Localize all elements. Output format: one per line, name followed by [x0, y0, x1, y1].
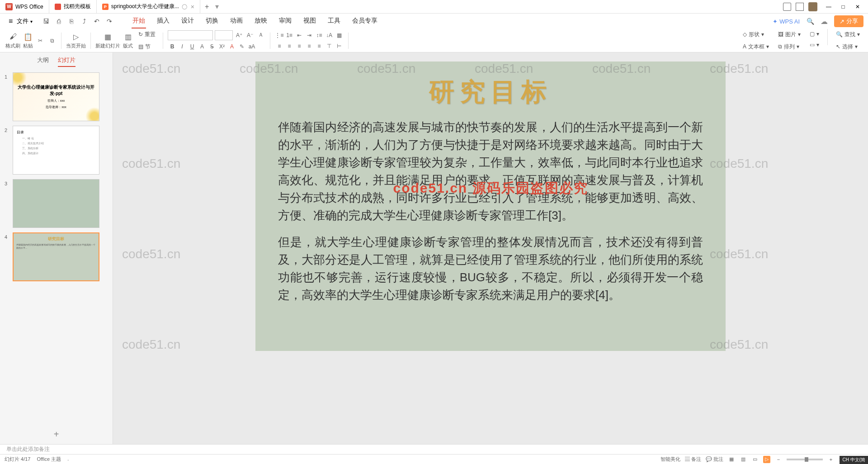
- share-button[interactable]: ↗ 分享: [834, 15, 863, 27]
- align-vmiddle-icon[interactable]: ⊢: [335, 42, 344, 51]
- arrange-button[interactable]: ⧉排列▾: [775, 41, 803, 52]
- save-icon[interactable]: 🖫: [42, 17, 50, 25]
- tab-design[interactable]: 设计: [180, 14, 195, 28]
- reading-view-icon[interactable]: ▭: [751, 456, 759, 463]
- bullets-icon[interactable]: ⋮≡: [275, 31, 284, 40]
- underline-icon[interactable]: U: [188, 42, 197, 51]
- align-center-icon[interactable]: ≡: [285, 42, 294, 51]
- maximize-button[interactable]: □: [836, 1, 850, 12]
- line-spacing-icon[interactable]: ↕≡: [315, 31, 324, 40]
- tab-member[interactable]: 会员专享: [351, 14, 378, 28]
- tab-animation[interactable]: 动画: [229, 14, 244, 28]
- thumbnail-2[interactable]: 目录 一、绪 论 二、相关技术介绍 三、系统分析 四、系统设计: [13, 126, 99, 175]
- print-icon[interactable]: ⎙: [55, 17, 63, 25]
- align-right-icon[interactable]: ≡: [295, 42, 304, 51]
- sorter-view-icon[interactable]: ▥: [740, 456, 747, 463]
- beautify-button[interactable]: 智能美化: [660, 456, 680, 463]
- close-icon[interactable]: ×: [191, 3, 194, 10]
- strike-icon[interactable]: S̶: [208, 42, 217, 51]
- clear-format-icon[interactable]: Ａ: [256, 31, 265, 40]
- cube-icon[interactable]: [796, 3, 804, 11]
- superscript-icon[interactable]: X²: [217, 42, 226, 51]
- tab-menu-icon[interactable]: ▾: [215, 2, 219, 11]
- new-slide-button[interactable]: ▦ 新建幻灯片: [95, 32, 120, 49]
- avatar-icon[interactable]: [808, 2, 817, 11]
- text-direction-icon[interactable]: ↓A: [325, 31, 334, 40]
- italic-icon[interactable]: I: [178, 42, 187, 51]
- app-tab-template[interactable]: 找稻壳模板: [49, 0, 97, 13]
- close-button[interactable]: ✕: [851, 1, 864, 12]
- align-top-icon[interactable]: ⊤: [325, 42, 334, 51]
- font-color-icon[interactable]: A: [227, 42, 236, 51]
- tab-view[interactable]: 视图: [302, 14, 317, 28]
- numbering-icon[interactable]: 1≡: [285, 31, 294, 40]
- zoom-slider[interactable]: [787, 459, 823, 460]
- decrease-font-icon[interactable]: A⁻: [245, 31, 255, 40]
- undo-icon[interactable]: ↶: [93, 17, 101, 25]
- app-tab-wps[interactable]: W WPS Office: [0, 0, 49, 13]
- wps-ai-button[interactable]: ✦ WPS AI: [773, 18, 800, 25]
- align-left-icon[interactable]: ≡: [275, 42, 284, 51]
- tab-transition[interactable]: 切换: [205, 14, 219, 28]
- highlight-icon[interactable]: ✎: [237, 42, 246, 51]
- layout-button[interactable]: ▥ 版式: [123, 32, 133, 49]
- add-slide-button[interactable]: +: [0, 425, 113, 444]
- bold-icon[interactable]: B: [168, 42, 177, 51]
- tab-insert[interactable]: 插入: [156, 14, 170, 28]
- cloud-icon[interactable]: ☁: [821, 17, 828, 26]
- redo-icon[interactable]: ↷: [105, 17, 113, 25]
- new-slide-icon: ▦: [103, 32, 113, 42]
- normal-view-icon[interactable]: ▦: [728, 456, 735, 463]
- minimize-button[interactable]: —: [822, 1, 835, 12]
- status-notes-button[interactable]: ▤ 备注: [685, 456, 701, 463]
- shadow-icon[interactable]: A: [198, 42, 207, 51]
- cut-icon[interactable]: ✂: [36, 36, 45, 45]
- shape-button[interactable]: ◇形状▾: [740, 29, 772, 40]
- textbox-button[interactable]: A文本框▾: [740, 41, 772, 52]
- app-tab-document[interactable]: P springboot大学生心理健康... ◯ ×: [97, 0, 200, 13]
- start-from-button[interactable]: ▷ 当页开始: [66, 32, 86, 49]
- select-button[interactable]: ↖选择▾: [833, 41, 863, 52]
- increase-font-icon[interactable]: A⁺: [235, 31, 244, 40]
- slide-body-p2: 但是，就大学生心理健康诊断专家管理的整体发展情况而言，技术还没有得到普及，大部分…: [278, 233, 703, 304]
- layout-icon[interactable]: [783, 3, 791, 11]
- zoom-out-icon[interactable]: −: [775, 456, 782, 463]
- panel-tab-slides[interactable]: 幻灯片: [58, 56, 75, 67]
- outline-button[interactable]: ▭▾: [807, 40, 822, 50]
- thumbnail-1[interactable]: 大学生心理健康诊断专家系统设计与开发-ppt 答辩人：xxx 指导老师：xxx: [13, 72, 99, 121]
- distribute-icon[interactable]: ≡: [315, 42, 324, 51]
- add-tab-button[interactable]: +: [200, 3, 213, 11]
- main-area: 大纲 幻灯片 1 大学生心理健康诊断专家系统设计与开发-ppt 答辩人：xxx …: [0, 52, 868, 444]
- fill-button[interactable]: ▢▾: [807, 29, 822, 39]
- copy-icon[interactable]: ⧉: [47, 36, 57, 45]
- format-painter-button[interactable]: 🖌 格式刷: [5, 32, 20, 49]
- search-icon[interactable]: 🔍: [806, 17, 814, 25]
- picture-button[interactable]: 🖼图片▾: [775, 29, 803, 40]
- panel-tab-outline[interactable]: 大纲: [37, 56, 49, 67]
- tab-start[interactable]: 开始: [132, 14, 146, 28]
- tab-review[interactable]: 审阅: [278, 14, 292, 28]
- slide-canvas[interactable]: 研究目标 伴随着国内经济的高速发展与城市的快节奏的发展，人们的生活水平提高到一个…: [255, 62, 726, 351]
- thumbnail-3[interactable]: [13, 179, 99, 228]
- export-icon[interactable]: ⤴: [80, 17, 88, 25]
- slideshow-view-icon[interactable]: ▷: [763, 456, 770, 463]
- font-size-select[interactable]: [215, 30, 233, 40]
- columns-icon[interactable]: ▦: [335, 31, 344, 40]
- notes-bar[interactable]: 单击此处添加备注: [0, 444, 868, 454]
- thumbnail-4[interactable]: 研究目标 伴随着国内经济的高速发展与城市的快节奏的发展，人们的生活水平提高到一个…: [13, 232, 99, 281]
- case-icon[interactable]: aA: [247, 42, 256, 51]
- status-comments-button[interactable]: 💬 批注: [706, 456, 723, 463]
- section-button[interactable]: ▤节: [136, 41, 158, 52]
- font-family-select[interactable]: [168, 30, 213, 40]
- paste-button[interactable]: 📋 粘贴: [23, 32, 33, 49]
- find-button[interactable]: 🔍查找▾: [833, 29, 863, 40]
- preview-icon[interactable]: ⎘: [67, 17, 75, 25]
- file-menu[interactable]: 文件 ▾: [5, 15, 37, 28]
- indent-inc-icon[interactable]: ⇥: [305, 31, 314, 40]
- indent-dec-icon[interactable]: ⇤: [295, 31, 304, 40]
- tab-tools[interactable]: 工具: [327, 14, 341, 28]
- justify-icon[interactable]: ≡: [305, 42, 314, 51]
- zoom-in-icon[interactable]: +: [827, 456, 835, 463]
- reset-button[interactable]: ↻重置: [136, 29, 158, 40]
- tab-slideshow[interactable]: 放映: [254, 14, 268, 28]
